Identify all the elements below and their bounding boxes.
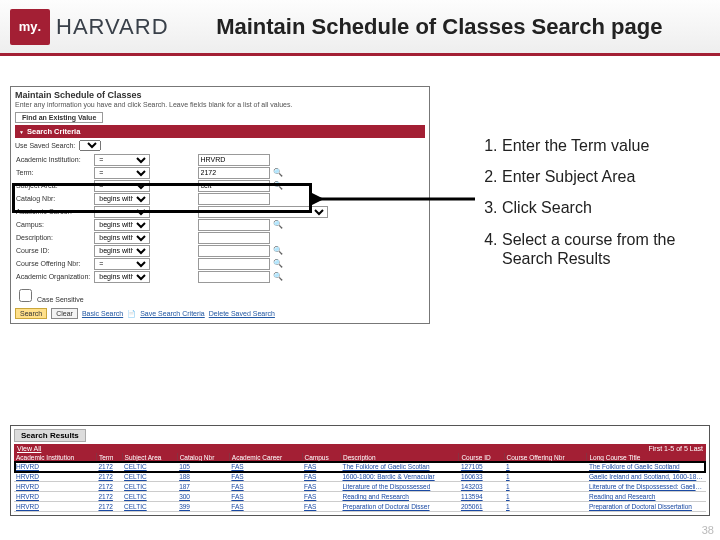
results-cell[interactable]: CELTIC <box>122 492 177 502</box>
criteria-value-input[interactable] <box>198 167 270 179</box>
criteria-value-input[interactable] <box>198 154 270 166</box>
lookup-icon[interactable]: 🔍 <box>273 259 283 268</box>
results-column-header[interactable]: Academic Career <box>229 453 302 462</box>
results-row[interactable]: HRVRD2172CELTIC105FASFASThe Folklore of … <box>14 462 706 472</box>
criteria-value-input[interactable] <box>198 180 270 192</box>
criteria-value-input[interactable] <box>198 245 270 257</box>
results-cell[interactable]: 105 <box>177 462 229 472</box>
criteria-operator[interactable]: = <box>94 154 150 166</box>
results-row[interactable]: HRVRD2172CELTIC300FASFASReading and Rese… <box>14 492 706 502</box>
results-cell[interactable]: FAS <box>302 482 340 492</box>
criteria-operator[interactable]: begins with <box>94 232 150 244</box>
results-cell[interactable]: HRVRD <box>14 492 96 502</box>
results-cell[interactable]: 127105 <box>459 462 504 472</box>
results-cell[interactable]: Literature of the Dispossessed: Gaelic I… <box>587 482 706 492</box>
results-cell[interactable]: The Folklore of Gaelic Scotlan <box>340 462 458 472</box>
results-cell[interactable]: FAS <box>229 482 302 492</box>
criteria-operator[interactable]: = <box>94 180 150 192</box>
results-column-header[interactable]: Academic Institution <box>14 453 96 462</box>
search-criteria-bar[interactable]: ▼ Search Criteria <box>15 125 425 138</box>
results-cell[interactable]: 113594 <box>459 492 504 502</box>
results-cell[interactable]: Literature of the Dispossessed <box>340 482 458 492</box>
results-cell[interactable]: 160633 <box>459 472 504 482</box>
view-all-link[interactable]: View All <box>17 445 41 452</box>
results-column-header[interactable]: Course Offering Nbr <box>504 453 587 462</box>
results-cell[interactable]: FAS <box>229 462 302 472</box>
results-cell[interactable]: 187 <box>177 482 229 492</box>
case-sensitive-checkbox[interactable] <box>19 289 32 302</box>
criteria-value-input[interactable] <box>198 193 270 205</box>
results-cell[interactable]: CELTIC <box>122 482 177 492</box>
results-cell[interactable]: FAS <box>302 472 340 482</box>
criteria-operator[interactable]: = <box>94 167 150 179</box>
criteria-value-input[interactable] <box>198 219 270 231</box>
clear-button[interactable]: Clear <box>51 308 78 319</box>
results-column-header[interactable]: Catalog Nbr <box>177 453 229 462</box>
saved-search-select[interactable] <box>79 140 101 151</box>
results-cell[interactable]: 1 <box>504 472 587 482</box>
results-cell[interactable]: 143203 <box>459 482 504 492</box>
results-cell[interactable]: HRVRD <box>14 502 96 512</box>
results-cell[interactable]: The Folklore of Gaelic Scotland <box>587 462 706 472</box>
results-cell[interactable]: HRVRD <box>14 482 96 492</box>
results-cell[interactable]: 2172 <box>96 462 122 472</box>
results-cell[interactable]: 188 <box>177 472 229 482</box>
results-cell[interactable]: 2172 <box>96 492 122 502</box>
results-cell[interactable]: 1600-1800: Bardic & Vernacular <box>340 472 458 482</box>
criteria-operator[interactable]: begins with <box>94 245 150 257</box>
results-cell[interactable]: Gaelic Ireland and Scotland, 1600-1800 <box>587 472 706 482</box>
criteria-operator[interactable]: begins with <box>94 219 150 231</box>
results-row[interactable]: HRVRD2172CELTIC188FASFAS1600-1800: Bardi… <box>14 472 706 482</box>
results-cell[interactable]: HRVRD <box>14 462 96 472</box>
results-cell[interactable]: 399 <box>177 502 229 512</box>
lookup-icon[interactable]: 🔍 <box>273 272 283 281</box>
results-cell[interactable]: Preparation of Doctoral Dissertation <box>587 502 706 512</box>
results-cell[interactable]: CELTIC <box>122 502 177 512</box>
results-cell[interactable]: 2172 <box>96 472 122 482</box>
criteria-operator[interactable]: = <box>94 258 150 270</box>
results-cell[interactable]: 2172 <box>96 502 122 512</box>
results-cell[interactable]: FAS <box>302 502 340 512</box>
lookup-icon[interactable]: 🔍 <box>273 246 283 255</box>
results-column-header[interactable]: Course ID <box>459 453 504 462</box>
results-row[interactable]: HRVRD2172CELTIC399FASFASPreparation of D… <box>14 502 706 512</box>
criteria-value-input[interactable] <box>198 232 270 244</box>
criteria-value-input[interactable] <box>198 271 270 283</box>
results-cell[interactable]: HRVRD <box>14 472 96 482</box>
results-cell[interactable]: FAS <box>229 492 302 502</box>
results-cell[interactable]: 205061 <box>459 502 504 512</box>
results-column-header[interactable]: Subject Area <box>122 453 177 462</box>
results-cell[interactable]: 1 <box>504 482 587 492</box>
results-cell[interactable]: FAS <box>229 472 302 482</box>
results-cell[interactable]: CELTIC <box>122 462 177 472</box>
criteria-value-select[interactable] <box>198 206 328 218</box>
results-cell[interactable]: 1 <box>504 492 587 502</box>
delete-search-link[interactable]: Delete Saved Search <box>209 310 275 317</box>
results-cell[interactable]: FAS <box>302 492 340 502</box>
results-column-header[interactable]: Campus <box>302 453 340 462</box>
lookup-icon[interactable]: 🔍 <box>273 220 283 229</box>
results-cell[interactable]: Reading and Research <box>340 492 458 502</box>
results-cell[interactable]: 1 <box>504 462 587 472</box>
results-cell[interactable]: FAS <box>302 462 340 472</box>
criteria-value-input[interactable] <box>198 258 270 270</box>
results-cell[interactable]: FAS <box>229 502 302 512</box>
criteria-operator[interactable]: begins with <box>94 193 150 205</box>
criteria-operator[interactable]: = <box>94 206 150 218</box>
search-button[interactable]: Search <box>15 308 47 319</box>
results-row[interactable]: HRVRD2172CELTIC187FASFASLiterature of th… <box>14 482 706 492</box>
results-cell[interactable]: 300 <box>177 492 229 502</box>
results-cell[interactable]: Preparation of Doctoral Disser <box>340 502 458 512</box>
lookup-icon[interactable]: 🔍 <box>273 168 283 177</box>
lookup-icon[interactable]: 🔍 <box>273 181 283 190</box>
results-cell[interactable]: 1 <box>504 502 587 512</box>
results-cell[interactable]: Reading and Research <box>587 492 706 502</box>
basic-search-link[interactable]: Basic Search <box>82 310 123 317</box>
tab-find-existing[interactable]: Find an Existing Value <box>15 112 103 123</box>
results-column-header[interactable]: Term <box>96 453 122 462</box>
results-cell[interactable]: 2172 <box>96 482 122 492</box>
results-column-header[interactable]: Long Course Title <box>587 453 706 462</box>
criteria-operator[interactable]: begins with <box>94 271 150 283</box>
save-search-link[interactable]: Save Search Criteria <box>140 310 205 317</box>
results-column-header[interactable]: Description <box>340 453 458 462</box>
